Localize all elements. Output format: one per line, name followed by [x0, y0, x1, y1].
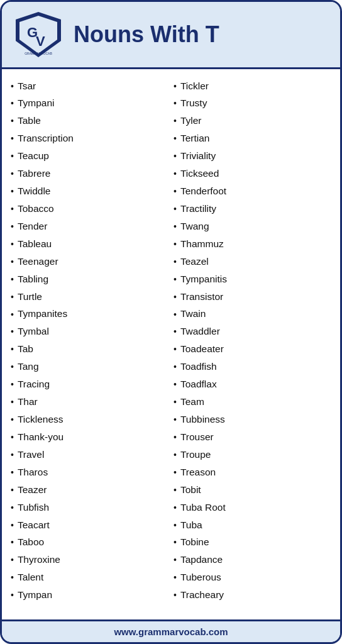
list-item: •Team — [171, 394, 334, 411]
list-item: •Transistor — [171, 289, 334, 305]
bullet: • — [174, 414, 177, 426]
word-text: Trouser — [180, 431, 214, 444]
list-item: •Tympan — [8, 587, 171, 604]
list-item: •Toadflax — [171, 377, 334, 393]
word-text: Toadflax — [180, 378, 217, 391]
bullet: • — [174, 203, 177, 215]
bullet: • — [11, 133, 14, 145]
list-item: •Tenderfoot — [171, 184, 334, 200]
list-item: •Thank-you — [8, 429, 171, 445]
word-text: Teenager — [18, 255, 58, 269]
word-text: Twain — [180, 308, 206, 321]
bullet: • — [11, 396, 14, 408]
list-item: •Triviality — [171, 148, 334, 165]
word-text: Tympanitis — [180, 273, 227, 286]
list-item: •Trouser — [171, 429, 334, 445]
bullet: • — [174, 309, 177, 321]
word-text: Tubbiness — [180, 413, 225, 426]
word-text: Table — [18, 114, 41, 128]
list-item: •Talent — [8, 570, 171, 586]
list-item: •Teacart — [8, 517, 171, 533]
word-text: Tabrere — [18, 167, 51, 180]
bullet: • — [174, 467, 177, 479]
list-item: •Tsar — [8, 78, 171, 94]
word-text: Thar — [18, 396, 38, 409]
word-text: Tender — [18, 220, 47, 233]
bullet: • — [174, 256, 177, 268]
word-text: Transistor — [180, 291, 223, 304]
footer: www.grammarvocab.com — [2, 619, 340, 642]
word-text: Taboo — [18, 536, 44, 549]
word-text: Transcription — [18, 132, 74, 145]
logo: G V GRAMMARVOCAB — [13, 9, 63, 60]
list-item: •Table — [8, 113, 171, 130]
list-item: •Tabrere — [8, 166, 171, 182]
list-item: •Tracing — [8, 377, 171, 393]
word-text: Toadfish — [180, 360, 217, 374]
list-item: •Tyler — [171, 113, 334, 130]
word-text: Teazer — [18, 484, 47, 497]
word-text: Toadeater — [180, 343, 224, 356]
page-wrapper: G V GRAMMARVOCAB Nouns With T •Tsar•Tymp… — [0, 0, 342, 644]
bullet: • — [174, 221, 177, 233]
list-item: •Twain — [171, 306, 334, 323]
bullet: • — [11, 536, 14, 548]
list-item: •Tubfish — [8, 499, 171, 516]
list-item: •Teenager — [8, 253, 171, 270]
bullet: • — [174, 379, 177, 391]
list-item: •Thyroxine — [8, 552, 171, 569]
list-item: •Tympanites — [8, 306, 171, 323]
word-text: Tapdance — [180, 553, 223, 567]
list-item: •Tobit — [171, 482, 334, 498]
bullet: • — [11, 449, 14, 461]
bullet: • — [174, 396, 177, 408]
word-text: Tractility — [180, 203, 216, 216]
bullet: • — [174, 133, 177, 145]
word-text: Tharos — [18, 466, 48, 479]
bullet: • — [174, 343, 177, 355]
list-item: •Taboo — [8, 535, 171, 551]
content-area: •Tsar•Tympani•Table•Transcription•Teacup… — [2, 69, 340, 619]
bullet: • — [11, 97, 14, 109]
word-text: Tympani — [18, 97, 55, 110]
bullet: • — [11, 203, 14, 215]
bullet: • — [11, 519, 14, 531]
list-item: •Tobine — [171, 535, 334, 551]
word-text: Trusty — [180, 97, 207, 110]
bullet: • — [174, 572, 177, 584]
left-column: •Tsar•Tympani•Table•Transcription•Teacup… — [8, 78, 171, 613]
word-text: Tymbal — [18, 325, 49, 338]
bullet: • — [11, 589, 14, 601]
bullet: • — [174, 291, 177, 303]
bullet: • — [174, 326, 177, 338]
bullet: • — [11, 150, 14, 162]
bullet: • — [174, 150, 177, 162]
word-text: Tympanites — [18, 308, 67, 321]
word-text: Tickseed — [180, 167, 219, 180]
bullet: • — [11, 484, 14, 496]
bullet: • — [174, 168, 177, 180]
word-text: Triviality — [180, 150, 216, 163]
list-item: •Twang — [171, 218, 334, 235]
svg-text:GRAMMARVOCAB: GRAMMARVOCAB — [25, 52, 52, 55]
list-item: •Tharos — [8, 464, 171, 480]
bullet: • — [174, 431, 177, 443]
word-text: Tuba — [180, 519, 202, 532]
bullet: • — [11, 361, 14, 373]
bullet: • — [11, 572, 14, 584]
word-text: Tertian — [180, 132, 210, 145]
bullet: • — [174, 80, 177, 92]
list-item: •Tymbal — [8, 324, 171, 340]
bullet: • — [11, 168, 14, 180]
list-item: •Tender — [8, 218, 171, 235]
word-text: Travel — [18, 448, 45, 462]
word-text: Tabling — [18, 273, 48, 286]
bullet: • — [11, 221, 14, 233]
bullet: • — [174, 449, 177, 461]
header: G V GRAMMARVOCAB Nouns With T — [2, 2, 340, 69]
list-item: •Trusty — [171, 96, 334, 112]
list-item: •Teazel — [171, 253, 334, 270]
list-item: •Tuba Root — [171, 499, 334, 516]
word-text: Tobacco — [18, 203, 54, 216]
list-item: •Teazer — [8, 482, 171, 498]
